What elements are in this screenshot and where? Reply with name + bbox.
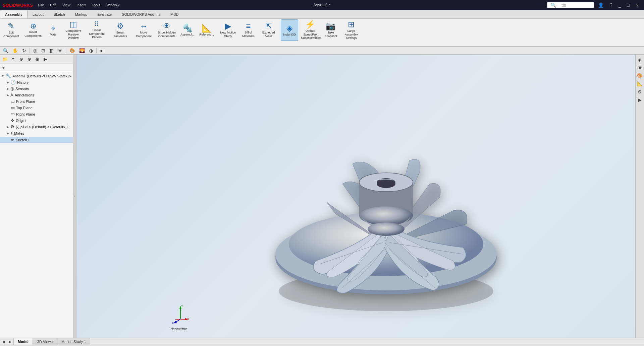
scene-icon[interactable]: 🌄: [78, 47, 86, 54]
mate-button[interactable]: ⌖ Mate: [45, 19, 61, 41]
rotate-icon[interactable]: ↻: [21, 47, 28, 54]
tab-model[interactable]: Model: [13, 338, 33, 345]
search-box[interactable]: 🔍 thi: [547, 2, 594, 8]
tree-item-annotations[interactable]: ▶ A Annotations: [0, 92, 73, 98]
right-panel-btn-3[interactable]: 🎨: [636, 72, 644, 79]
pan-icon[interactable]: ✋: [11, 47, 19, 54]
display-manager-btn[interactable]: ◉: [34, 56, 41, 63]
tree-item-mates[interactable]: ▶ ⌖ Mates: [0, 130, 73, 137]
zoom-icon[interactable]: 🔍: [1, 47, 10, 54]
right-panel-btn-1[interactable]: ◈: [636, 56, 644, 63]
sensors-icon: ◎: [10, 86, 14, 91]
component-preview-icon: ◫: [69, 20, 77, 28]
realview-icon[interactable]: ●: [99, 47, 104, 54]
tree-item-sensors[interactable]: ▶ ◎ Sensors: [0, 85, 73, 92]
right-panel-btn-6[interactable]: ▶: [636, 96, 644, 103]
reference-button[interactable]: 📐 Referenc...: [197, 19, 216, 41]
property-manager-btn[interactable]: ≡: [9, 56, 17, 63]
appearance-icon[interactable]: 🎨: [68, 47, 76, 54]
titlebar-left: SOLIDWORKS File Edit View Insert Tools W…: [3, 2, 122, 8]
3d-viewport[interactable]: Y X Z *Isometric: [76, 55, 635, 338]
update-speedpak-button[interactable]: ⚡ Update SpeedPakSubassemblies: [299, 19, 322, 41]
close-button[interactable]: ✕: [634, 2, 641, 8]
tree-item-history[interactable]: ▶ 🕐 History: [0, 79, 73, 85]
mates-label: Mates: [14, 131, 24, 135]
view-orient-icon[interactable]: ◎: [32, 47, 39, 54]
feature-manager-btn[interactable]: 📁: [1, 56, 9, 63]
config-manager-btn[interactable]: ⊕: [17, 56, 25, 63]
dim-xpert-btn[interactable]: ⊕: [25, 56, 33, 63]
right-panel-btn-5[interactable]: ⚙: [636, 88, 644, 95]
panel-collapse-handle[interactable]: ‹: [73, 55, 76, 338]
motion-manager-btn[interactable]: ▶: [42, 56, 49, 63]
tree-item-origin[interactable]: ✛ Origin: [0, 117, 73, 124]
tab-markup[interactable]: Markup: [70, 10, 93, 18]
tab-sketch[interactable]: Sketch: [49, 10, 70, 18]
right-panel-btn-4[interactable]: 📐: [636, 80, 644, 87]
show-hidden-button[interactable]: 👁 Show HiddenComponents: [156, 19, 178, 41]
new-motion-button[interactable]: ▶ New Motion Study: [217, 19, 239, 41]
help-icon[interactable]: ?: [608, 2, 614, 8]
edit-component-button[interactable]: ✎ EditComponent: [1, 19, 21, 41]
show-hidden-label: Show HiddenComponents: [158, 31, 176, 38]
menu-edit[interactable]: Edit: [47, 2, 59, 8]
turbine-model: [235, 83, 537, 318]
menu-file[interactable]: File: [36, 2, 47, 8]
tab-layout[interactable]: Layout: [28, 10, 49, 18]
search-input[interactable]: thi: [559, 2, 568, 8]
tab-mbd[interactable]: MBD: [165, 10, 183, 18]
right-panel-btn-2[interactable]: 👁: [636, 64, 644, 71]
tree-item-front-plane[interactable]: ▭ Front Plane: [0, 98, 73, 105]
large-assembly-button[interactable]: ⊞ Large AssemblySettings: [340, 19, 363, 41]
expand-arrow-sensors: ▶: [7, 87, 9, 90]
minimize-button[interactable]: _: [616, 2, 623, 8]
shadow-icon[interactable]: ◑: [88, 47, 94, 54]
user-icon[interactable]: 👤: [596, 2, 606, 8]
axis-origin: [180, 319, 181, 320]
bill-materials-button[interactable]: ≡ Bill ofMaterials: [240, 19, 257, 41]
tree-item-top-plane[interactable]: ▭ Top Plane: [0, 105, 73, 111]
tab-nav-prev[interactable]: ◀: [0, 338, 7, 345]
bottom-tabs-bar: ◀ ▶ Model 3D Views Motion Study 1: [0, 338, 644, 345]
smart-fasteners-button[interactable]: ⚙ Smart Fasteners: [109, 19, 132, 41]
hide-show-icon[interactable]: 👁: [56, 47, 64, 54]
take-snapshot-icon: 📷: [326, 22, 336, 30]
instant3d-button[interactable]: ◈ Instant3D: [281, 19, 299, 41]
tab-assembly[interactable]: Assembly: [0, 10, 28, 18]
assembly-button[interactable]: 🔩 Assembl...: [178, 19, 197, 41]
right-panel: ◈ 👁 🎨 📐 ⚙ ▶: [635, 55, 644, 338]
tree-item-sketch1[interactable]: ✏ Sketch1: [0, 137, 73, 143]
maximize-button[interactable]: □: [625, 2, 632, 8]
tab-nav-next[interactable]: ▶: [7, 338, 13, 345]
tab-evaluate[interactable]: Evaluate: [92, 10, 117, 18]
menu-view[interactable]: View: [60, 2, 73, 8]
tab-3d-views[interactable]: 3D Views: [33, 338, 57, 345]
expand-arrow-assem1: ▼: [1, 74, 4, 78]
insert-components-button[interactable]: ⊕ Insert Components: [22, 19, 45, 41]
menu-tools[interactable]: Tools: [89, 2, 103, 8]
tree-item-right-plane[interactable]: ▭ Right Plane: [0, 111, 73, 117]
ribbon-content: ✎ EditComponent ⊕ Insert Components ⌖ Ma…: [0, 19, 644, 46]
tree-item-p1[interactable]: ▶ ⚙ (-) p1<1> (Default) <<Default>_I: [0, 124, 73, 130]
take-snapshot-button[interactable]: 📷 TakeSnapshot: [322, 19, 339, 41]
linear-pattern-button[interactable]: ⠿ Linear Component Pattern: [86, 19, 108, 41]
titlebar-right: 🔍 thi 👤 ? _ □ ✕: [547, 2, 641, 8]
exploded-view-button[interactable]: ⇱ Exploded View: [257, 19, 280, 41]
display-style-icon[interactable]: ◧: [48, 47, 55, 54]
solidworks-logo: SOLIDWORKS: [3, 3, 33, 8]
show-hidden-icon: 👁: [163, 22, 171, 30]
move-component-button[interactable]: ↔ Move Component: [132, 19, 155, 41]
feature-tree-panel: 📁 ≡ ⊕ ⊕ ◉ ▶ ▼ ▼ 🔧 Assem1 (Default) <Disp…: [0, 55, 73, 338]
p1-label: (-) p1<1> (Default) <<Default>_I: [16, 125, 68, 129]
menu-insert[interactable]: Insert: [74, 2, 89, 8]
section-view-icon[interactable]: ⊡: [40, 47, 47, 54]
z-axis-arrow: [173, 321, 177, 324]
tree-filter[interactable]: ▼: [0, 64, 73, 72]
menu-window[interactable]: Window: [104, 2, 122, 8]
tree-item-assem1[interactable]: ▼ 🔧 Assem1 (Default) <Display State-1>: [0, 73, 73, 79]
take-snapshot-label: TakeSnapshot: [324, 31, 337, 38]
tab-motion-study-1[interactable]: Motion Study 1: [57, 338, 90, 345]
component-preview-button[interactable]: ◫ ComponentPreview Window: [62, 19, 85, 41]
toolbar-separator-1: [30, 48, 30, 53]
tab-addins[interactable]: SOLIDWORKS Add-Ins: [117, 10, 165, 18]
